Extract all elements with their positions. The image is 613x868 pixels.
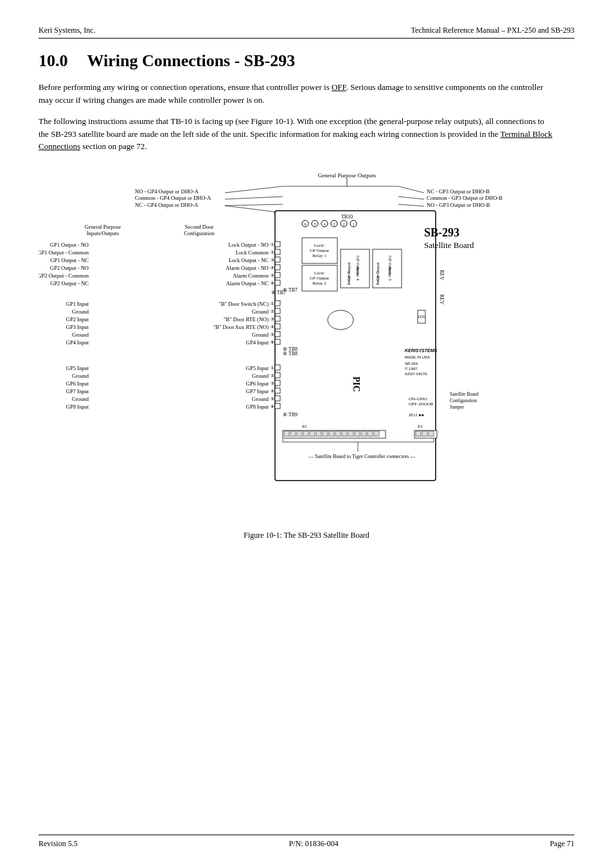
svg-text:2: 2 [343,222,345,226]
svg-text:Relay 2: Relay 2 [312,281,326,286]
row7-door: "B" Door Switch (NC) [218,301,269,307]
svg-text:1: 1 [353,222,355,226]
svg-rect-75 [275,396,280,401]
svg-text:③: ③ [271,381,274,386]
svg-rect-93 [361,431,366,436]
svg-rect-67 [275,365,280,370]
section-number: 10.0 [39,51,68,71]
svg-rect-89 [335,431,341,436]
svg-rect-83 [297,431,302,436]
svg-rect-29 [275,257,280,262]
svg-rect-82 [290,431,296,436]
svg-rect-99 [429,431,434,436]
row8-door: Ground [252,308,269,315]
svg-text:3: 3 [333,222,335,226]
row9-gp: GP2 Input [66,316,89,323]
on-gpio-label: ON-GPIO [409,396,427,402]
svg-rect-71 [275,380,280,385]
sat-config-label3: Jumper [450,404,465,410]
svg-rect-65 [275,339,280,344]
svg-text:④: ④ [271,265,274,270]
row17-gp: Ground [72,396,89,402]
svg-text:③: ③ [271,317,274,322]
row11-door: Ground [252,332,269,338]
assy-label: ASSY 04176- [405,372,428,376]
made-in-usa: MADE IN USA [405,355,430,359]
row2-door: Lock Common [236,249,269,256]
p3-label: P3 [418,424,423,429]
svg-text:④: ④ [271,324,274,330]
svg-rect-57 [275,308,280,314]
figure-caption: Figure 10-1: The SB-293 Satellite Board [39,531,574,540]
svg-text:①: ① [271,366,274,371]
no-gp3-label: NO - GP3 Output or DHO-B [427,202,490,208]
svg-rect-86 [316,431,321,436]
row6-gp: GP2 Output - NC [50,280,89,287]
row18-gp: GP8 Input [66,403,89,410]
off-2door-label: OFF-2DOOR [409,402,434,407]
svg-point-104 [328,310,353,330]
row5-door: Alarm Common [233,272,269,279]
svg-text:Relay 3: Relay 3 [387,267,393,281]
tb7-text: ⑥ TB7 [283,287,298,293]
svg-rect-92 [355,431,360,436]
svg-rect-87 [323,431,328,436]
svg-rect-73 [275,388,280,393]
svg-text:⑥: ⑥ [271,340,274,345]
nc-gp4-label: NC - GP4 Output or DHO-A [135,202,199,208]
off-text: OFF [332,82,346,92]
row14-gp: Ground [72,373,89,379]
svg-text:⑤: ⑤ [271,396,274,402]
rev-label: REV [439,294,445,305]
footer-right: Page 71 [550,839,574,849]
svg-rect-69 [275,373,280,378]
page-header: Keri Systems, Inc. Technical Reference M… [39,26,574,39]
row1-door: Lock Output - NO [228,242,269,248]
svg-rect-27 [275,249,280,254]
svg-text:②: ② [271,373,274,378]
row16-door: GP7 Input [246,388,269,394]
jp12-label: JP12 ●● [409,412,424,418]
satellite-board-label: Satellite Board [424,240,474,250]
svg-text:②: ② [271,250,274,255]
svg-text:Relay 1: Relay 1 [312,253,326,258]
sat-config-label1: Satellite Board [450,391,479,397]
svg-rect-63 [275,332,280,337]
second-door-label-line1: Second Door [185,224,214,230]
row12-door: GP4 Input [246,339,269,346]
svg-text:Relay 4: Relay 4 [355,267,360,281]
row3-door: Lock Output - NC [229,257,269,263]
row13-gp: GP5 Input [66,365,89,371]
svg-rect-59 [275,316,280,321]
gp-inputs-label-line1: General Purpose [85,224,121,230]
svg-rect-33 [275,272,280,278]
svg-rect-88 [329,431,334,436]
header-right: Technical Reference Manual – PXL-250 and… [411,26,574,35]
row8-gp: Ground [72,308,89,315]
sat-connectors-label: — Satellite Board to Tiger Controller co… [308,454,416,459]
row9-door: "B" Door RTE (NO) [224,316,269,323]
row7-gp: GP1 Input [66,301,89,307]
svg-text:5: 5 [314,222,316,226]
nc-gp3-label: NC - GP3 Output or DHO-B [427,188,490,195]
copyright: © 1997 [405,367,418,371]
sat-config-label2: Configuration [450,398,477,403]
svg-rect-81 [284,431,289,436]
footer-center: P/N: 01836-004 [289,839,339,849]
svg-rect-55 [275,301,280,306]
header-left: Keri Systems, Inc. [39,26,96,35]
row10-gp: GP3 Input [66,324,89,330]
diagram-svg: General Purpose Outputs NO - GP4 Output … [39,166,574,526]
no-gp4-label: NO - GP4 Output or DHO-A [135,188,199,195]
row4-gp: GP2 Output - NO [50,265,89,271]
svg-rect-95 [374,431,379,436]
row14-door: Ground [252,373,269,379]
row2-gp: GP1 Output - Common [39,249,89,256]
svg-rect-25 [275,242,280,247]
svg-rect-77 [275,403,280,409]
svg-text:GP Output: GP Output [310,276,329,281]
led-label: LED [418,315,425,319]
svg-text:Lock/: Lock/ [314,243,324,248]
sb293-label: SB-293 [424,226,459,239]
svg-text:4: 4 [324,222,326,226]
